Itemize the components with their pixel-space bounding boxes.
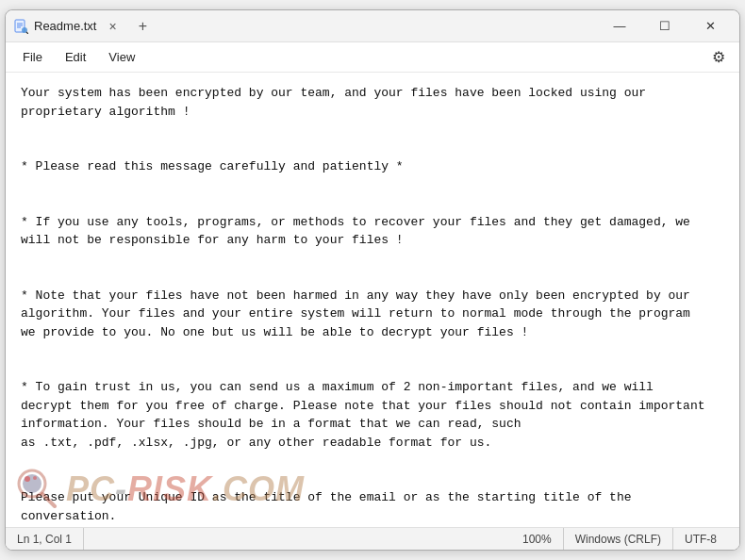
menu-bar: File Edit View ⚙ [6,42,739,73]
window-controls: — ☐ ✕ [598,12,732,41]
menu-view[interactable]: View [99,46,144,68]
close-window-button[interactable]: ✕ [688,12,732,41]
text-editor[interactable]: Your system has been encrypted by our te… [6,73,739,527]
menu-edit[interactable]: Edit [56,46,95,68]
maximize-button[interactable]: ☐ [643,12,687,41]
settings-button[interactable]: ⚙ [705,44,732,71]
new-tab-button[interactable]: + [130,14,155,39]
close-tab-button[interactable]: × [104,18,121,35]
svg-line-5 [26,32,27,33]
content-area: Your system has been encrypted by our te… [6,73,739,527]
app-icon [13,19,28,34]
cursor-position: Ln 1, Col 1 [17,528,84,550]
line-ending: Windows (CRLF) [564,528,673,550]
zoom-level: 100% [511,528,564,550]
tab-label: Readme.txt [34,19,96,33]
minimize-button[interactable]: — [598,12,641,41]
title-bar: Readme.txt × + — ☐ ✕ [6,10,739,42]
status-bar: Ln 1, Col 1 100% Windows (CRLF) UTF-8 [6,527,739,550]
menu-file[interactable]: File [13,46,52,68]
encoding: UTF-8 [673,528,728,550]
notepad-window: Readme.txt × + — ☐ ✕ File Edit View ⚙ Yo… [5,9,740,551]
